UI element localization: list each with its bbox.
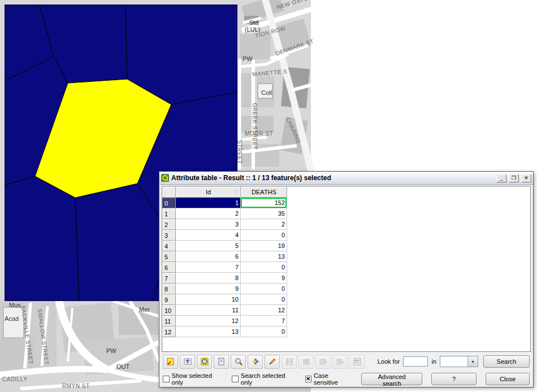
invert-selection-icon	[200, 357, 209, 366]
poi-label: PW	[106, 347, 116, 354]
sort-indicator-icon: ▽	[235, 187, 239, 198]
zoom-to-selected-icon	[234, 357, 243, 366]
cell-id[interactable]: 11	[176, 305, 241, 316]
pan-to-selected-icon	[251, 357, 260, 366]
maximize-button[interactable]: ❐	[509, 174, 519, 182]
search-selected-only-checkbox[interactable]: Search selected only	[232, 372, 296, 386]
cell-deaths[interactable]: 35	[241, 208, 287, 219]
cell-id[interactable]: 12	[176, 316, 241, 326]
cell-id[interactable]: 7	[176, 262, 241, 273]
case-sensitive-checkbox[interactable]: ✕ Case sensitive	[305, 372, 353, 386]
row-header[interactable]: 3	[162, 230, 176, 241]
street-label: GREEK STREET	[252, 103, 258, 150]
move-selected-to-top-button[interactable]	[180, 355, 195, 369]
cell-id[interactable]: 5	[176, 241, 241, 251]
row-header[interactable]: 4	[162, 241, 176, 251]
row-header[interactable]: 12	[162, 326, 176, 337]
column-header-deaths[interactable]: DEATHS	[241, 186, 287, 198]
table-row: 10 11 12	[162, 305, 530, 316]
cell-deaths[interactable]: 12	[241, 305, 287, 316]
cell-id[interactable]: 3	[176, 219, 241, 230]
column-header-label: DEATHS	[252, 189, 276, 195]
zoom-to-selected-button[interactable]	[231, 355, 246, 369]
delete-selected-icon	[302, 357, 311, 366]
row-header[interactable]: 9	[162, 294, 176, 305]
table-row: 12 13 0	[162, 326, 530, 337]
look-for-input[interactable]	[403, 356, 428, 367]
chevron-down-icon[interactable]: ▼	[467, 356, 478, 367]
in-label: in	[431, 358, 436, 365]
unselect-all-button[interactable]	[163, 355, 178, 369]
cell-deaths[interactable]: 13	[241, 251, 287, 262]
toggle-editing-button[interactable]	[265, 355, 280, 369]
save-edits-button	[282, 355, 297, 369]
checkbox-label: Search selected only	[241, 372, 296, 386]
attribute-table-window: Attribute table - Result :: 1 / 13 featu…	[159, 171, 534, 387]
dialog-footer: Show selected only Search selected only …	[162, 371, 531, 387]
cell-deaths[interactable]: 9	[241, 273, 287, 284]
checkbox-box[interactable]	[232, 376, 239, 382]
checkbox-box[interactable]	[163, 376, 170, 382]
station-label: Sta	[249, 19, 259, 26]
table-row: 7 8 9	[162, 273, 530, 284]
copy-rows-icon	[217, 357, 226, 366]
search-button[interactable]: Search	[483, 355, 530, 368]
close-button[interactable]: Close	[486, 373, 530, 385]
pan-to-selected-button[interactable]	[248, 355, 263, 369]
cell-deaths[interactable]: 0	[241, 326, 287, 337]
row-header[interactable]: 2	[162, 219, 176, 230]
table-row: 8 9 0	[162, 284, 530, 294]
cell-deaths[interactable]: 7	[241, 316, 287, 326]
column-header-id[interactable]: Id ▽	[176, 186, 241, 198]
advanced-search-button[interactable]: Advanced search	[361, 373, 422, 385]
row-header[interactable]: 10	[162, 305, 176, 316]
table-row: 9 10 0	[162, 294, 530, 305]
field-calculator-icon	[353, 357, 362, 366]
cell-deaths[interactable]: 0	[241, 230, 287, 241]
cell-id[interactable]: 6	[176, 251, 241, 262]
in-field-dropdown[interactable]: ▼	[440, 356, 478, 367]
poi-label: Mus	[9, 302, 21, 308]
cell-id[interactable]: 4	[176, 230, 241, 241]
copy-selected-rows-button[interactable]	[214, 355, 229, 369]
row-header[interactable]: 5	[162, 251, 176, 262]
cell-id[interactable]: 2	[176, 208, 241, 219]
cell-id[interactable]: 9	[176, 284, 241, 294]
close-window-button[interactable]: ✕	[521, 174, 531, 182]
column-header-label: Id	[206, 189, 211, 195]
unselect-all-icon	[166, 357, 175, 366]
row-header[interactable]: 11	[162, 316, 176, 326]
cell-deaths[interactable]: 0	[241, 284, 287, 294]
poi-label: PW	[242, 55, 253, 62]
show-selected-only-checkbox[interactable]: Show selected only	[163, 372, 223, 386]
new-column-button	[315, 355, 331, 369]
cell-id[interactable]: 13	[176, 326, 241, 337]
row-header[interactable]: 8	[162, 284, 176, 294]
checkbox-label: Case sensitive	[314, 372, 352, 386]
voronoi-cell[interactable]	[5, 176, 79, 301]
row-header[interactable]: 0	[162, 198, 176, 208]
look-for-label: Look for	[378, 358, 400, 365]
street-label: RMYN ST	[62, 383, 90, 389]
table-row: 5 6 13	[162, 251, 530, 262]
invert-selection-button[interactable]	[197, 355, 212, 369]
row-header[interactable]: 6	[162, 262, 176, 273]
minimize-button[interactable]: _	[496, 174, 506, 182]
poi-label: Coll	[261, 89, 272, 96]
cell-id[interactable]: 1	[176, 198, 241, 208]
cell-deaths[interactable]: 2	[241, 219, 287, 230]
table-row: 0 1 152	[162, 198, 530, 208]
cell-deaths[interactable]: 152	[241, 198, 287, 208]
row-header[interactable]: 1	[162, 208, 176, 219]
poi-label: OUT	[116, 363, 129, 370]
cell-id[interactable]: 10	[176, 294, 241, 305]
cell-deaths[interactable]: 0	[241, 262, 287, 273]
row-header[interactable]: 7	[162, 273, 176, 284]
table-corner[interactable]	[162, 186, 176, 198]
help-button[interactable]: ?	[431, 373, 477, 385]
titlebar[interactable]: Attribute table - Result :: 1 / 13 featu…	[159, 172, 533, 185]
cell-deaths[interactable]: 19	[241, 241, 287, 251]
checkbox-box[interactable]: ✕	[305, 376, 312, 382]
cell-deaths[interactable]: 0	[241, 294, 287, 305]
cell-id[interactable]: 8	[176, 273, 241, 284]
